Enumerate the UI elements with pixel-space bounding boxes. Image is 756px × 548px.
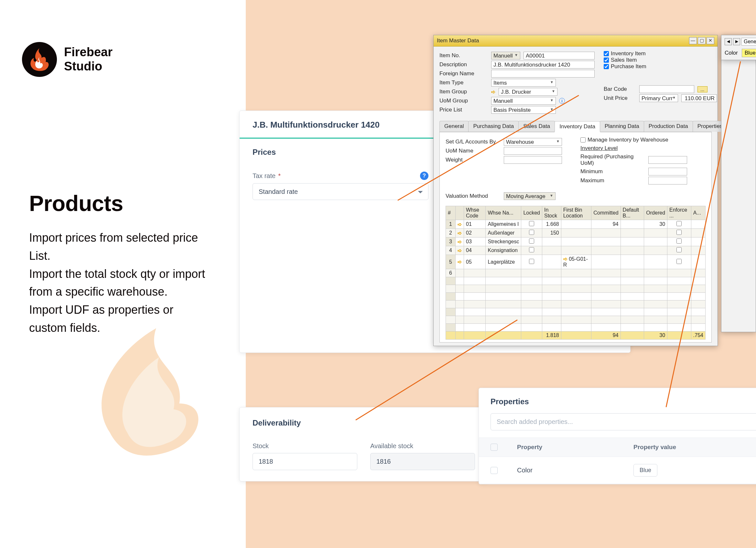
whse-col[interactable]: First Bin Location — [561, 206, 591, 220]
unit-price-value[interactable]: 110.00 EUR — [681, 94, 717, 102]
sales-item-checkbox[interactable]: Sales Item — [604, 57, 717, 63]
uom-name-label: UoM Name — [446, 148, 501, 154]
whse-col[interactable]: A... — [691, 206, 705, 220]
item-type-select[interactable]: Items — [491, 79, 556, 87]
item-group-select[interactable]: J.B. Drucker — [499, 88, 557, 96]
weight-label: Weight — [446, 157, 501, 163]
whse-row[interactable]: 6 — [446, 269, 706, 277]
desc-value[interactable]: J.B. Multifunktionsdrucker 1420 — [491, 61, 595, 69]
whse-col[interactable]: Default B... — [621, 206, 644, 220]
whse-col[interactable]: Whse Na... — [486, 206, 521, 220]
deliverability-panel: Deliverability Stock Available stock — [239, 407, 488, 481]
stock-label: Stock — [253, 442, 357, 450]
avail-stock-input — [370, 453, 475, 470]
tax-rate-select[interactable]: Standard rate — [253, 183, 428, 200]
stock-input[interactable] — [253, 453, 357, 470]
flame-icon — [28, 48, 50, 72]
whse-col[interactable]: Ordered — [644, 206, 667, 220]
udf-field-value[interactable]: Blue — [742, 49, 756, 57]
purchase-item-checkbox[interactable]: Purchase Item — [604, 63, 717, 70]
udf-field-label: Color — [725, 50, 738, 56]
close-icon[interactable]: ✕ — [707, 37, 714, 44]
property-name: Color — [517, 467, 614, 474]
item-type-label: Item Type — [439, 80, 488, 86]
sap-window-title: Item Master Data — [437, 38, 479, 44]
barcode-value[interactable] — [639, 85, 694, 93]
row-checkbox[interactable] — [491, 467, 498, 474]
whse-col[interactable]: In Stock — [542, 206, 561, 220]
inventory-level-link[interactable]: Inventory Level — [580, 145, 706, 152]
maximum-value[interactable] — [648, 177, 687, 185]
weight-value[interactable] — [504, 156, 562, 164]
whse-row[interactable]: 3➪03Streckengesc — [446, 238, 706, 246]
foreign-value[interactable] — [491, 70, 595, 78]
unit-price-label: Unit Price — [604, 95, 636, 102]
valuation-method-select[interactable]: Moving Average — [504, 192, 556, 200]
udf-next-icon[interactable]: ▶ — [733, 38, 740, 45]
property-value-chip[interactable]: Blue — [633, 464, 657, 477]
sap-tab-production-data[interactable]: Production Data — [644, 121, 693, 132]
logo-mark — [22, 42, 57, 77]
properties-title: Properties — [479, 388, 756, 413]
whse-col[interactable] — [456, 206, 464, 220]
sap-tab-sales-data[interactable]: Sales Data — [518, 121, 555, 132]
whse-col[interactable]: Enforce ... — [667, 206, 691, 220]
udf-prev-icon[interactable]: ◀ — [725, 38, 732, 45]
whse-col[interactable]: # — [446, 206, 456, 220]
copy-body: Import prices from selected price List. … — [29, 229, 210, 337]
help-icon[interactable]: ? — [420, 172, 428, 180]
valuation-method-label: Valuation Method — [446, 193, 501, 199]
sap-tab-inventory-data[interactable]: Inventory Data — [555, 121, 600, 132]
item-group-label: Item Group — [439, 89, 488, 95]
set-gl-label: Set G/L Accounts By — [446, 139, 501, 145]
unit-price-currency[interactable]: Primary Curr — [639, 94, 678, 102]
maximize-icon[interactable]: ▢ — [698, 37, 706, 44]
whse-col[interactable]: Committed — [591, 206, 621, 220]
link-arrow-icon[interactable]: ➪ — [491, 89, 495, 95]
foreign-label: Foreign Name — [439, 70, 488, 77]
whse-row-empty — [446, 285, 706, 293]
barcode-browse-button[interactable]: ... — [697, 86, 707, 92]
desc-label: Description — [439, 61, 488, 68]
minimize-icon[interactable]: — — [689, 37, 697, 44]
maximum-label: Maximum — [580, 177, 645, 184]
whse-row[interactable]: 2➪02Außenlager150 — [446, 229, 706, 238]
properties-search-input[interactable] — [491, 413, 756, 430]
required-value[interactable] — [648, 156, 687, 164]
deliverability-title: Deliverability — [240, 407, 488, 429]
whse-row-empty — [446, 277, 706, 285]
item-no-mode[interactable]: Manuell — [491, 52, 520, 59]
set-gl-select[interactable]: Warehouse — [504, 138, 562, 146]
col-value: Property value — [633, 444, 676, 451]
whse-row-empty — [446, 316, 706, 324]
udf-category-select[interactable]: General — [741, 38, 756, 46]
whse-col[interactable]: Whse Code — [464, 206, 486, 220]
inventory-item-checkbox[interactable]: Inventory Item — [604, 50, 717, 57]
sap-item-master-window: Item Master Data — ▢ ✕ Item No. Manuell … — [433, 35, 718, 346]
whse-col[interactable]: Locked — [521, 206, 542, 220]
uom-group-select[interactable]: Manuell — [491, 97, 556, 105]
sap-tab-planning-data[interactable]: Planning Data — [600, 121, 644, 132]
manage-inv-checkbox[interactable]: Manage Inventory by Warehouse — [580, 137, 706, 143]
logo-line1: Firebear — [64, 45, 113, 59]
whse-totals-row: 1.8189430.754 — [446, 331, 706, 339]
uom-name-value[interactable] — [504, 147, 562, 155]
price-list-select[interactable]: Basis Preisliste — [491, 106, 556, 114]
whse-row-empty — [446, 293, 706, 300]
properties-header-row: Property Property value — [479, 437, 756, 457]
info-icon[interactable]: i — [559, 98, 565, 104]
whse-row-empty — [446, 308, 706, 316]
price-list-label: Price List — [439, 107, 488, 113]
item-no-value[interactable]: A00001 — [524, 52, 595, 59]
whse-row[interactable]: 1➪01Allgemeines I1.6689430 — [446, 220, 706, 229]
sap-tab-general[interactable]: General — [439, 121, 469, 132]
logo: Firebear Studio — [22, 42, 113, 77]
whse-row[interactable]: 5➪05Lagerplätze➪ 05-G01-R — [446, 255, 706, 269]
select-all-checkbox[interactable] — [491, 444, 498, 451]
sap-window-titlebar[interactable]: Item Master Data — ▢ ✕ — [434, 35, 718, 47]
properties-panel: Properties Property Property value Color… — [479, 388, 756, 484]
minimum-value[interactable] — [648, 168, 687, 176]
whse-row[interactable]: 4➪04Konsignation — [446, 246, 706, 255]
whse-row-empty — [446, 300, 706, 308]
sap-tab-purchasing-data[interactable]: Purchasing Data — [468, 121, 519, 132]
